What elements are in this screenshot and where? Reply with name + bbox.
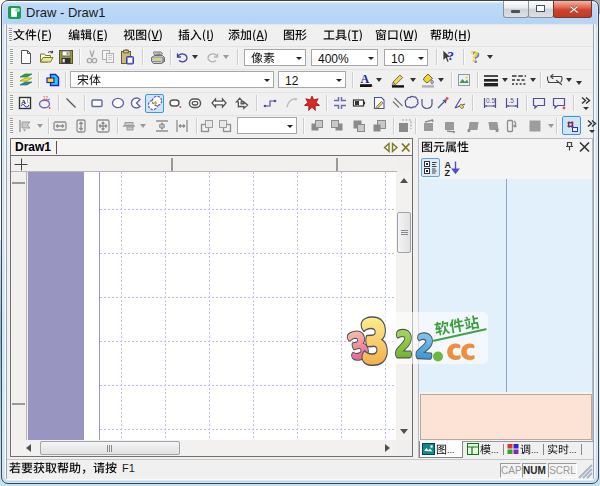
svg-text:.5: .5 <box>509 97 515 104</box>
svg-text:Z: Z <box>445 168 451 177</box>
svg-text:12: 12 <box>43 96 49 101</box>
svg-text:A: A <box>361 72 370 86</box>
svg-text:?: ? <box>448 49 455 63</box>
svg-text:?: ? <box>471 49 479 65</box>
svg-text:0.5: 0.5 <box>486 97 495 104</box>
